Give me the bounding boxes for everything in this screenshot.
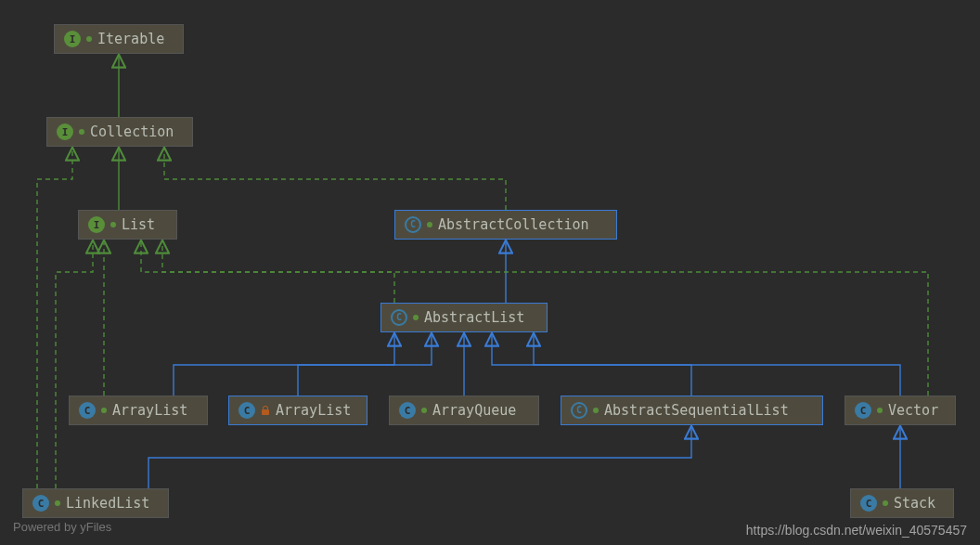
node-linkedlist[interactable]: C LinkedList (22, 488, 169, 518)
node-list[interactable]: I List (78, 210, 177, 240)
powered-by-label: Powered by yFiles (13, 520, 111, 534)
node-arraylist1[interactable]: C ArrayList (69, 396, 208, 425)
modifier-icon (79, 129, 84, 135)
lock-icon (261, 406, 270, 415)
edge-layer (0, 0, 980, 545)
node-collection[interactable]: I Collection (46, 117, 193, 147)
modifier-icon (101, 408, 107, 413)
node-stack[interactable]: C Stack (850, 488, 954, 518)
modifier-icon (883, 500, 888, 506)
node-arrayqueue[interactable]: C ArrayQueue (389, 396, 539, 425)
node-label: AbstractSequentialList (604, 402, 789, 419)
node-label: AbstractCollection (438, 216, 589, 233)
node-label: Vector (888, 402, 938, 419)
abstract-class-icon: C (571, 402, 587, 419)
node-iterable[interactable]: I Iterable (54, 24, 184, 54)
node-label: ArrayList (276, 402, 351, 419)
modifier-icon (110, 222, 116, 227)
node-arraylist2[interactable]: C ArrayList (228, 396, 368, 425)
interface-icon: I (88, 216, 105, 233)
node-abstractsequentiallist[interactable]: C AbstractSequentialList (561, 396, 823, 425)
node-label: Collection (90, 123, 174, 140)
node-label: ArrayQueue (432, 402, 516, 419)
class-icon: C (860, 495, 877, 512)
abstract-class-icon: C (391, 309, 407, 326)
modifier-icon (593, 408, 599, 413)
class-icon: C (399, 402, 416, 419)
class-icon: C (79, 402, 96, 419)
node-label: List (122, 216, 155, 233)
modifier-icon (55, 500, 60, 506)
modifier-icon (421, 408, 427, 413)
class-icon: C (32, 495, 49, 512)
modifier-icon (86, 36, 92, 42)
node-abstractlist[interactable]: C AbstractList (380, 303, 548, 332)
node-label: ArrayList (112, 402, 187, 419)
interface-icon: I (64, 31, 81, 47)
interface-icon: I (57, 123, 73, 140)
node-label: LinkedList (66, 495, 149, 512)
class-icon: C (855, 402, 871, 419)
node-abstractcollection[interactable]: C AbstractCollection (394, 210, 617, 240)
modifier-icon (413, 315, 419, 320)
abstract-class-icon: C (405, 216, 421, 233)
node-label: AbstractList (424, 309, 524, 326)
watermark-url: https://blog.csdn.net/weixin_40575457 (746, 523, 967, 538)
modifier-icon (877, 408, 883, 413)
modifier-icon (427, 222, 432, 227)
node-label: Stack (894, 495, 935, 512)
class-icon: C (239, 402, 255, 419)
node-vector[interactable]: C Vector (845, 396, 956, 425)
node-label: Iterable (97, 31, 164, 47)
